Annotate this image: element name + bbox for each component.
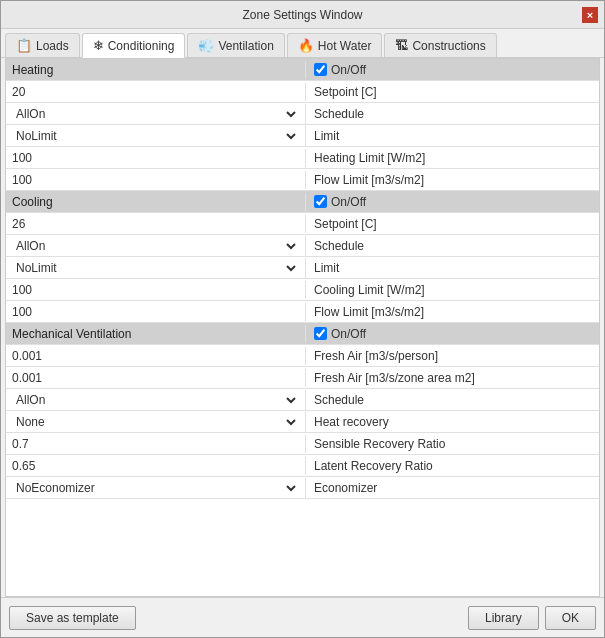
mech-vent-header-label: Mechanical Ventilation [6, 325, 306, 343]
tab-ventilation[interactable]: 💨 Ventilation [187, 33, 284, 57]
cooling-setpoint-label: Setpoint [C] [306, 215, 599, 233]
heating-setpoint-input[interactable] [12, 85, 299, 99]
cooling-flow-input[interactable] [12, 305, 299, 319]
cooling-wm2-label: Cooling Limit [W/m2] [306, 281, 599, 299]
cooling-setpoint-input[interactable] [12, 217, 299, 231]
cooling-wm2-row: Cooling Limit [W/m2] [6, 279, 599, 301]
cooling-onoff-cell: On/Off [306, 193, 599, 211]
footer-left: Save as template [9, 606, 136, 630]
economizer-select[interactable]: NoEconomizer DifferentialEnthalpy Differ… [12, 480, 299, 496]
latent-input[interactable] [12, 459, 299, 473]
cooling-header-row: Cooling On/Off [6, 191, 599, 213]
tab-hot-water[interactable]: 🔥 Hot Water [287, 33, 383, 57]
tab-conditioning-label: Conditioning [108, 39, 175, 53]
economizer-select-cell: NoEconomizer DifferentialEnthalpy Differ… [6, 478, 306, 498]
fresh-air-person-row: Fresh Air [m3/s/person] [6, 345, 599, 367]
ventilation-icon: 💨 [198, 38, 214, 53]
heating-onoff-checkbox[interactable] [314, 63, 327, 76]
heating-limit-select[interactable]: NoLimit LimitToSetpoint [12, 128, 299, 144]
tab-loads[interactable]: 📋 Loads [5, 33, 80, 57]
tab-bar: 📋 Loads ❄ Conditioning 💨 Ventilation 🔥 H… [1, 29, 604, 58]
cooling-wm2-input-cell [6, 281, 306, 299]
heat-recovery-row: None Sensible Both Heat recovery [6, 411, 599, 433]
content-area: Heating On/Off Setpoint [C] AllOn A [5, 58, 600, 597]
heating-schedule-select-cell: AllOn AllOff [6, 104, 306, 124]
economizer-label: Economizer [306, 479, 599, 497]
cooling-limit-select-cell: NoLimit LimitToSetpoint [6, 258, 306, 278]
footer: Save as template Library OK [1, 597, 604, 637]
heating-onoff-label: On/Off [331, 63, 366, 77]
heating-limit-row: NoLimit LimitToSetpoint Limit [6, 125, 599, 147]
heating-flow-label: Flow Limit [m3/s/m2] [306, 171, 599, 189]
sensible-label: Sensible Recovery Ratio [306, 435, 599, 453]
cooling-flow-row: Flow Limit [m3/s/m2] [6, 301, 599, 323]
heating-onoff-cell: On/Off [306, 61, 599, 79]
mech-vent-onoff-checkbox[interactable] [314, 327, 327, 340]
sensible-row: Sensible Recovery Ratio [6, 433, 599, 455]
sensible-input[interactable] [12, 437, 299, 451]
heating-wm2-row: Heating Limit [W/m2] [6, 147, 599, 169]
heat-recovery-label: Heat recovery [306, 413, 599, 431]
fresh-air-zone-label: Fresh Air [m3/s/zone area m2] [306, 369, 599, 387]
window-title: Zone Settings Window [23, 8, 582, 22]
heat-recovery-select-cell: None Sensible Both [6, 412, 306, 432]
heating-wm2-input-cell [6, 149, 306, 167]
cooling-setpoint-input-cell [6, 215, 306, 233]
tab-hot-water-label: Hot Water [318, 39, 372, 53]
cooling-limit-select[interactable]: NoLimit LimitToSetpoint [12, 260, 299, 276]
cooling-flow-input-cell [6, 303, 306, 321]
heating-header-label: Heating [6, 61, 306, 79]
mv-schedule-select-cell: AllOn AllOff [6, 390, 306, 410]
mech-vent-onoff-cell: On/Off [306, 325, 599, 343]
latent-label: Latent Recovery Ratio [306, 457, 599, 475]
mech-vent-header-row: Mechanical Ventilation On/Off [6, 323, 599, 345]
cooling-wm2-input[interactable] [12, 283, 299, 297]
cooling-schedule-select[interactable]: AllOn AllOff [12, 238, 299, 254]
tab-constructions-label: Constructions [412, 39, 485, 53]
tab-conditioning[interactable]: ❄ Conditioning [82, 33, 186, 58]
heating-flow-input[interactable] [12, 173, 299, 187]
cooling-schedule-label: Schedule [306, 237, 599, 255]
cooling-setpoint-row: Setpoint [C] [6, 213, 599, 235]
mech-vent-onoff-label: On/Off [331, 327, 366, 341]
library-button[interactable]: Library [468, 606, 539, 630]
fresh-air-person-input[interactable] [12, 349, 299, 363]
fresh-air-zone-input-cell [6, 369, 306, 387]
conditioning-icon: ❄ [93, 38, 104, 53]
tab-ventilation-label: Ventilation [218, 39, 273, 53]
heating-setpoint-label: Setpoint [C] [306, 83, 599, 101]
cooling-schedule-select-cell: AllOn AllOff [6, 236, 306, 256]
heat-recovery-select[interactable]: None Sensible Both [12, 414, 299, 430]
cooling-flow-label: Flow Limit [m3/s/m2] [306, 303, 599, 321]
heating-wm2-input[interactable] [12, 151, 299, 165]
fresh-air-zone-row: Fresh Air [m3/s/zone area m2] [6, 367, 599, 389]
loads-icon: 📋 [16, 38, 32, 53]
economizer-row: NoEconomizer DifferentialEnthalpy Differ… [6, 477, 599, 499]
heating-flow-input-cell [6, 171, 306, 189]
zone-settings-window: Zone Settings Window × 📋 Loads ❄ Conditi… [0, 0, 605, 638]
cooling-onoff-label: On/Off [331, 195, 366, 209]
heating-limit-label: Limit [306, 127, 599, 145]
footer-right: Library OK [468, 606, 596, 630]
cooling-header-label: Cooling [6, 193, 306, 211]
constructions-icon: 🏗 [395, 38, 408, 53]
heating-setpoint-input-cell [6, 83, 306, 101]
cooling-onoff-checkbox[interactable] [314, 195, 327, 208]
mv-schedule-select[interactable]: AllOn AllOff [12, 392, 299, 408]
ok-button[interactable]: OK [545, 606, 596, 630]
cooling-limit-label: Limit [306, 259, 599, 277]
close-button[interactable]: × [582, 7, 598, 23]
cooling-schedule-row: AllOn AllOff Schedule [6, 235, 599, 257]
title-bar: Zone Settings Window × [1, 1, 604, 29]
tab-constructions[interactable]: 🏗 Constructions [384, 33, 496, 57]
sensible-input-cell [6, 435, 306, 453]
heating-setpoint-row: Setpoint [C] [6, 81, 599, 103]
mv-schedule-row: AllOn AllOff Schedule [6, 389, 599, 411]
heating-schedule-select[interactable]: AllOn AllOff [12, 106, 299, 122]
heating-flow-row: Flow Limit [m3/s/m2] [6, 169, 599, 191]
heating-header-row: Heating On/Off [6, 59, 599, 81]
latent-input-cell [6, 457, 306, 475]
fresh-air-zone-input[interactable] [12, 371, 299, 385]
save-template-button[interactable]: Save as template [9, 606, 136, 630]
heating-wm2-label: Heating Limit [W/m2] [306, 149, 599, 167]
